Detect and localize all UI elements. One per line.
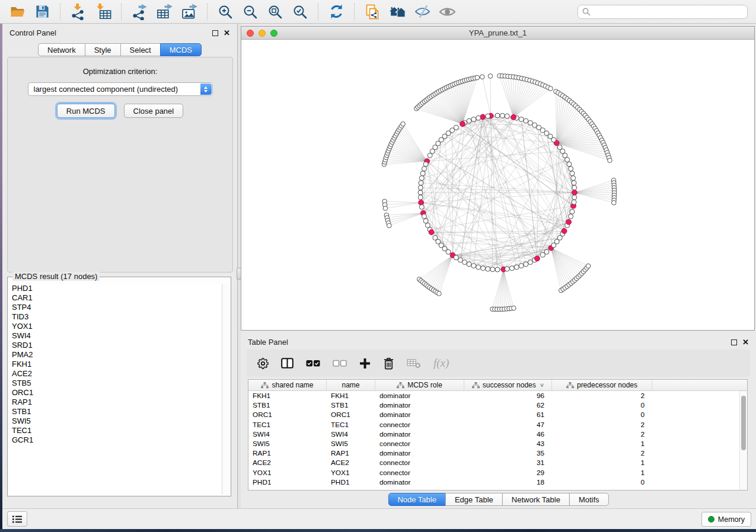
table-cell[interactable]: 18	[464, 477, 552, 487]
maximize-window-icon[interactable]	[270, 30, 277, 37]
table-cell[interactable]: ORC1	[327, 410, 375, 419]
show-columns-button[interactable]	[281, 355, 294, 371]
graph-node[interactable]	[572, 195, 577, 200]
graph-node[interactable]	[505, 267, 509, 271]
table-scrollbar-thumb[interactable]	[741, 396, 746, 450]
graph-node[interactable]	[476, 116, 481, 120]
table-cell[interactable]: SWI4	[327, 430, 375, 439]
table-row[interactable]: YOX1YOX1connector291	[248, 468, 747, 477]
mcds-result-item[interactable]: SWI4	[9, 331, 221, 341]
table-row[interactable]: FKH1FKH1dominator962	[248, 391, 747, 400]
zoom-in-button[interactable]	[214, 2, 237, 22]
graph-node[interactable]	[419, 181, 423, 185]
table-cell[interactable]: dominator	[375, 448, 464, 458]
table-cell[interactable]: 2	[552, 391, 652, 400]
graph-node[interactable]	[418, 190, 423, 195]
column-header-name[interactable]: name	[327, 380, 375, 390]
graph-node[interactable]	[475, 75, 480, 80]
table-cell[interactable]: ACE2	[248, 458, 327, 467]
graph-node[interactable]	[586, 264, 591, 268]
table-cell[interactable]: STB1	[248, 400, 327, 410]
table-cell[interactable]: 47	[464, 420, 552, 430]
graph-hub-node[interactable]	[562, 229, 567, 234]
graph-node[interactable]	[570, 209, 575, 214]
close-table-panel-icon[interactable]: ✕	[742, 339, 749, 345]
table-cell[interactable]: 1	[552, 439, 652, 448]
graph-node[interactable]	[423, 219, 428, 223]
table-cell[interactable]: PHD1	[248, 477, 327, 487]
graph-node[interactable]	[567, 162, 572, 166]
graph-node[interactable]	[528, 120, 532, 125]
criterion-select[interactable]: largest connected component (undirected)	[28, 82, 213, 96]
graph-node[interactable]	[514, 265, 519, 270]
table-cell[interactable]: 1	[552, 468, 652, 477]
mcds-result-item[interactable]: STB5	[9, 379, 221, 388]
mcds-result-item[interactable]: SRD1	[9, 341, 221, 350]
minimize-window-icon[interactable]	[259, 30, 266, 37]
mcds-result-item[interactable]: YOX1	[9, 322, 221, 331]
graph-node[interactable]	[500, 113, 505, 118]
table-cell[interactable]: 0	[552, 477, 652, 487]
table-cell[interactable]: 96	[464, 391, 552, 400]
table-cell[interactable]: SWI4	[248, 430, 327, 439]
graph-hub-node[interactable]	[572, 190, 578, 196]
graph-hub-node[interactable]	[566, 219, 572, 225]
search-input[interactable]	[578, 5, 748, 19]
table-row[interactable]: PHD1PHD1dominator180	[248, 477, 747, 487]
table-cell[interactable]: connector	[375, 468, 464, 477]
table-cell[interactable]: 61	[464, 410, 552, 419]
graph-node[interactable]	[544, 249, 549, 254]
graph-node[interactable]	[495, 267, 500, 272]
mcds-list-scrollbar[interactable]	[222, 284, 229, 495]
tab-mcds[interactable]: MCDS	[160, 43, 202, 56]
mcds-result-item[interactable]: RAP1	[9, 398, 221, 407]
mcds-result-item[interactable]: ORC1	[9, 388, 221, 398]
table-cell[interactable]: 43	[464, 439, 552, 448]
delete-column-button[interactable]	[383, 355, 394, 371]
table-row[interactable]: SWI5SWI5connector431	[248, 439, 747, 448]
table-cell[interactable]: 35	[464, 448, 552, 458]
table-cell[interactable]: dominator	[375, 410, 464, 419]
open-session-button[interactable]	[6, 2, 28, 22]
graph-node[interactable]	[570, 171, 575, 176]
table-cell[interactable]: FKH1	[327, 391, 375, 400]
network-window-titlebar[interactable]: YPA_prune.txt_1	[241, 27, 754, 40]
graph-node[interactable]	[422, 166, 426, 171]
table-cell[interactable]: TEC1	[327, 420, 375, 430]
table-cell[interactable]: dominator	[375, 391, 464, 400]
save-session-button[interactable]	[31, 2, 53, 22]
table-cell[interactable]: SWI5	[248, 439, 327, 448]
mcds-result-item[interactable]: TID3	[9, 312, 221, 322]
graph-node[interactable]	[524, 118, 528, 123]
graph-node[interactable]	[418, 195, 423, 200]
table-cell[interactable]: TEC1	[248, 420, 327, 430]
graph-node[interactable]	[423, 162, 428, 166]
graph-node[interactable]	[471, 117, 476, 121]
table-cell[interactable]: YOX1	[248, 468, 327, 477]
graph-node[interactable]	[476, 265, 481, 270]
graph-node[interactable]	[512, 306, 516, 310]
graph-node[interactable]	[569, 166, 573, 171]
show-all-button[interactable]	[436, 2, 458, 22]
graph-node[interactable]	[519, 264, 524, 268]
graph-node[interactable]	[571, 176, 576, 181]
table-cell[interactable]: 2	[552, 430, 652, 439]
table-settings-button[interactable]	[257, 355, 269, 371]
table-cell[interactable]: RAP1	[327, 448, 375, 458]
table-row[interactable]: ORC1ORC1dominator610	[248, 410, 747, 419]
first-neighbors-button[interactable]	[386, 2, 409, 22]
select-all-button[interactable]	[306, 355, 320, 371]
column-header-predecessor-nodes[interactable]: predecessor nodes	[552, 380, 652, 390]
graph-hub-node[interactable]	[535, 256, 540, 261]
table-cell[interactable]: 46	[464, 430, 552, 439]
graph-node[interactable]	[462, 260, 467, 265]
table-cell[interactable]: 2	[552, 420, 652, 430]
show-task-history-button[interactable]	[7, 511, 27, 527]
table-cell[interactable]: connector	[375, 458, 464, 467]
table-cell[interactable]: SWI5	[327, 439, 375, 448]
import-table-button[interactable]	[92, 2, 114, 22]
mcds-result-item[interactable]: GCR1	[9, 435, 221, 445]
graph-node[interactable]	[419, 204, 424, 209]
tab-node-table[interactable]: Node Table	[388, 493, 446, 506]
close-panel-button[interactable]: Close panel	[124, 104, 184, 118]
